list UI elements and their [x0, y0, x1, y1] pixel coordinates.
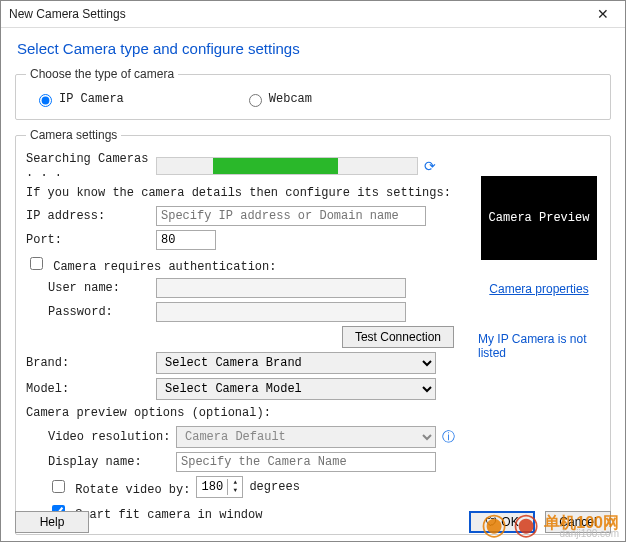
camera-properties-link[interactable]: Camera properties: [489, 282, 588, 296]
titlebar: New Camera Settings ✕: [1, 1, 625, 28]
video-res-select[interactable]: Camera Default: [176, 426, 436, 448]
radio-webcam-label: Webcam: [269, 92, 312, 106]
brand-select[interactable]: Select Camera Brand: [156, 352, 436, 374]
camera-type-radios: IP Camera Webcam: [26, 91, 600, 107]
test-connection-button[interactable]: Test Connection: [342, 326, 454, 348]
search-label: Searching Cameras . . .: [26, 152, 156, 180]
camera-type-legend: Choose the type of camera: [26, 67, 178, 81]
port-label: Port:: [26, 233, 156, 247]
rotate-spinner[interactable]: ▲▼: [196, 476, 243, 498]
auth-checkbox[interactable]: [30, 257, 43, 270]
radio-ip-camera-label: IP Camera: [59, 92, 124, 106]
preview-opts-label: Camera preview options (optional):: [26, 406, 462, 420]
close-button[interactable]: ✕: [583, 6, 623, 22]
known-hint: If you know the camera details then conf…: [26, 186, 462, 200]
ok-button[interactable]: 🛡OK: [469, 511, 535, 533]
search-progress: [156, 157, 418, 175]
dialog-window: New Camera Settings ✕ Select Camera type…: [0, 0, 626, 542]
camera-preview-box: Camera Preview: [481, 176, 597, 260]
model-select[interactable]: Select Camera Model: [156, 378, 436, 400]
model-label: Model:: [26, 382, 156, 396]
rotate-suffix: degrees: [249, 480, 299, 494]
cancel-button[interactable]: Cancel: [545, 511, 611, 533]
radio-webcam[interactable]: Webcam: [244, 91, 312, 107]
refresh-icon[interactable]: ⟳: [424, 158, 436, 175]
page-heading: Select Camera type and configure setting…: [17, 40, 611, 57]
camera-settings-group: Camera settings Searching Cameras . . . …: [15, 128, 611, 535]
footer: Help 🛡OK Cancel: [15, 511, 611, 533]
ip-input[interactable]: [156, 206, 426, 226]
search-row: Searching Cameras . . . ⟳: [26, 152, 462, 180]
rotate-checkbox-label[interactable]: Rotate video by:: [48, 477, 190, 497]
video-res-label: Video resolution:: [26, 430, 176, 444]
content: Select Camera type and configure setting…: [1, 28, 625, 541]
radio-ip-camera-input[interactable]: [39, 94, 52, 107]
user-input[interactable]: [156, 278, 406, 298]
help-button[interactable]: Help: [15, 511, 89, 533]
auth-checkbox-label[interactable]: Camera requires authentication:: [26, 254, 276, 274]
password-input[interactable]: [156, 302, 406, 322]
info-icon[interactable]: ⓘ: [442, 428, 455, 446]
camera-type-group: Choose the type of camera IP Camera Webc…: [15, 67, 611, 120]
camera-preview-text: Camera Preview: [489, 211, 590, 225]
not-listed-link[interactable]: My IP Camera is not listed: [478, 332, 600, 360]
camera-settings-legend: Camera settings: [26, 128, 121, 142]
password-label: Password:: [26, 305, 156, 319]
rotate-value[interactable]: [197, 478, 227, 496]
window-title: New Camera Settings: [9, 7, 126, 21]
user-label: User name:: [26, 281, 156, 295]
radio-ip-camera[interactable]: IP Camera: [34, 91, 124, 107]
display-name-label: Display name:: [26, 455, 176, 469]
port-input[interactable]: [156, 230, 216, 250]
rotate-checkbox[interactable]: [52, 480, 65, 493]
shield-icon: 🛡: [485, 515, 497, 529]
display-name-input[interactable]: [176, 452, 436, 472]
ip-label: IP address:: [26, 209, 156, 223]
radio-webcam-input[interactable]: [249, 94, 262, 107]
brand-label: Brand:: [26, 356, 156, 370]
